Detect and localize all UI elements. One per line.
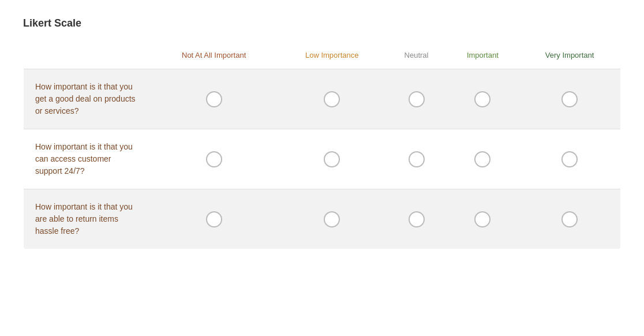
radio-important-row0[interactable] xyxy=(474,91,491,107)
radio-low-row0[interactable] xyxy=(324,91,340,107)
cell-not-at-all xyxy=(151,189,278,249)
cell-neutral xyxy=(387,189,447,249)
header-row: Not At All Important Low Importance Neut… xyxy=(24,42,621,69)
radio-important-row2[interactable] xyxy=(474,211,491,227)
col-header-important: Important xyxy=(446,42,519,69)
col-header-very-important: Very Important xyxy=(519,42,620,69)
radio-very-important-row1[interactable] xyxy=(561,151,578,167)
question-cell: How important is it that you can access … xyxy=(24,129,151,189)
col-header-neutral: Neutral xyxy=(387,42,447,69)
question-cell: How important is it that you are able to… xyxy=(24,189,151,249)
radio-low-row1[interactable] xyxy=(324,151,340,167)
radio-not-at-all-row2[interactable] xyxy=(206,211,222,227)
table-row: How important is it that you get a good … xyxy=(24,69,621,129)
cell-low xyxy=(278,69,387,129)
col-header-question xyxy=(24,42,151,69)
page-title: Likert Scale xyxy=(23,17,621,29)
cell-low xyxy=(278,129,387,189)
cell-important xyxy=(446,129,519,189)
cell-neutral xyxy=(387,69,447,129)
cell-important xyxy=(446,69,519,129)
cell-not-at-all xyxy=(151,69,278,129)
cell-very-important xyxy=(519,129,620,189)
table-row: How important is it that you are able to… xyxy=(24,189,621,249)
question-cell: How important is it that you get a good … xyxy=(24,69,151,129)
radio-neutral-row1[interactable] xyxy=(409,151,425,167)
cell-very-important xyxy=(519,69,620,129)
cell-neutral xyxy=(387,129,447,189)
table-row: How important is it that you can access … xyxy=(24,129,621,189)
likert-table: Not At All Important Low Importance Neut… xyxy=(23,41,621,249)
radio-very-important-row0[interactable] xyxy=(561,91,578,107)
cell-low xyxy=(278,189,387,249)
radio-important-row1[interactable] xyxy=(474,151,491,167)
col-header-not-at-all: Not At All Important xyxy=(151,42,278,69)
cell-not-at-all xyxy=(151,129,278,189)
radio-low-row2[interactable] xyxy=(324,211,340,227)
radio-not-at-all-row1[interactable] xyxy=(206,151,222,167)
col-header-low: Low Importance xyxy=(278,42,387,69)
radio-not-at-all-row0[interactable] xyxy=(206,91,222,107)
radio-neutral-row2[interactable] xyxy=(409,211,425,227)
radio-very-important-row2[interactable] xyxy=(561,211,578,227)
radio-neutral-row0[interactable] xyxy=(409,91,425,107)
cell-important xyxy=(446,189,519,249)
cell-very-important xyxy=(519,189,620,249)
